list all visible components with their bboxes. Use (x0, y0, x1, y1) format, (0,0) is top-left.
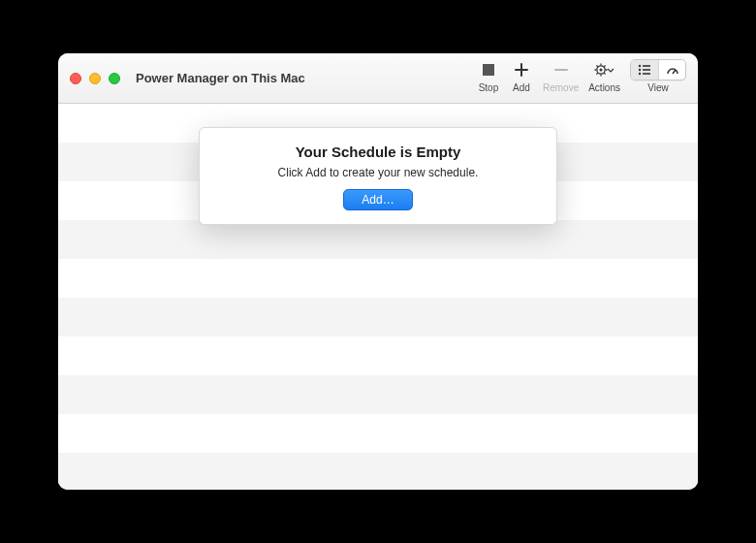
list-icon (638, 64, 651, 76)
view-gauge-button[interactable] (658, 60, 685, 80)
list-row (58, 336, 698, 375)
svg-rect-16 (643, 73, 650, 75)
sheet-add-button[interactable]: Add… (343, 189, 412, 210)
app-window: Power Manager on This Mac Stop Add (58, 53, 698, 490)
list-row (58, 375, 698, 414)
stop-label: Stop (479, 82, 499, 93)
close-window-button[interactable] (70, 73, 81, 84)
svg-line-7 (596, 65, 597, 66)
add-button[interactable] (510, 59, 533, 80)
svg-rect-14 (643, 69, 650, 71)
list-row (58, 453, 698, 490)
remove-button[interactable] (550, 59, 573, 80)
stop-button[interactable] (477, 59, 500, 80)
svg-line-9 (596, 73, 597, 74)
stop-icon (482, 63, 495, 77)
view-segmented-control (630, 59, 686, 80)
svg-line-10 (604, 65, 605, 66)
remove-label: Remove (543, 82, 579, 93)
actions-label: Actions (588, 82, 620, 93)
svg-rect-12 (643, 65, 650, 67)
svg-line-8 (604, 73, 605, 74)
minus-icon (554, 63, 568, 77)
svg-point-2 (599, 69, 602, 72)
actions-button[interactable] (593, 59, 616, 80)
list-row (58, 298, 698, 336)
svg-point-11 (639, 65, 641, 67)
window-title: Power Manager on This Mac (136, 71, 305, 85)
list-row (58, 414, 698, 453)
list-row (58, 220, 698, 259)
content-area: Your Schedule is Empty Click Add to crea… (58, 104, 698, 490)
sheet-message: Click Add to create your new schedule. (221, 166, 535, 179)
toolbar: Stop Add Remove (477, 53, 686, 103)
svg-line-17 (673, 70, 676, 74)
plus-icon (515, 63, 528, 77)
view-label: View (647, 82, 669, 93)
svg-rect-0 (483, 64, 494, 76)
svg-point-13 (639, 69, 641, 71)
traffic-lights (70, 73, 120, 84)
empty-schedule-sheet: Your Schedule is Empty Click Add to crea… (199, 127, 557, 225)
svg-point-15 (639, 73, 641, 75)
list-row (58, 259, 698, 298)
gear-icon (594, 63, 615, 77)
minimize-window-button[interactable] (89, 73, 101, 84)
add-label: Add (513, 82, 530, 93)
gauge-icon (666, 64, 679, 76)
zoom-window-button[interactable] (109, 73, 120, 84)
titlebar: Power Manager on This Mac Stop Add (58, 53, 698, 104)
view-list-button[interactable] (631, 60, 658, 80)
sheet-title: Your Schedule is Empty (221, 144, 535, 160)
